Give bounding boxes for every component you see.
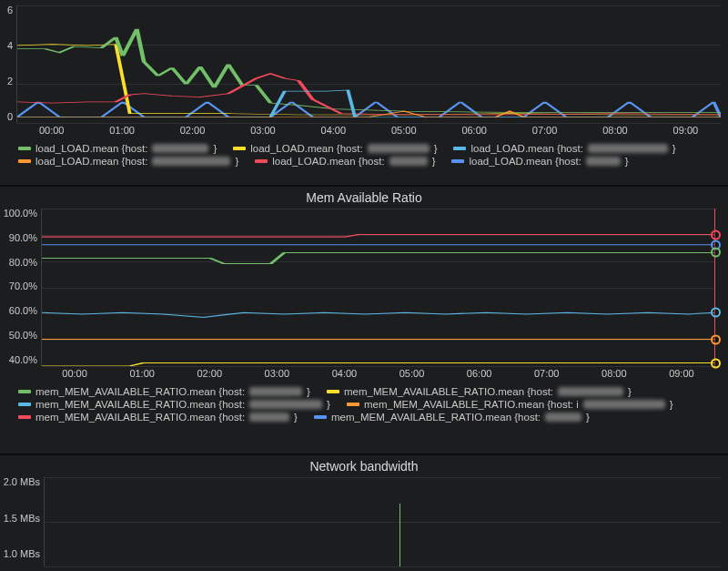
- load-plot[interactable]: [16, 5, 721, 123]
- mem-marker-yellow: [711, 358, 721, 368]
- mem-marker-green: [711, 248, 721, 258]
- legend-host-redacted: [249, 413, 289, 422]
- legend-label: load_LOAD.mean {host:: [35, 143, 147, 154]
- legend-item[interactable]: mem_MEM_AVAILABLE_RATIO.mean {host: }: [18, 399, 330, 410]
- legend-swatch: [18, 415, 31, 419]
- legend-label: load_LOAD.mean {host:: [272, 156, 384, 167]
- legend-swatch: [18, 147, 31, 150]
- legend-item[interactable]: mem_MEM_AVAILABLE_RATIO.mean {host: }: [314, 412, 590, 423]
- legend-label: mem_MEM_AVAILABLE_RATIO.mean {host: i: [364, 399, 579, 410]
- legend-item[interactable]: load_LOAD.mean {host: }: [18, 143, 217, 154]
- legend-label: load_LOAD.mean {host:: [470, 143, 582, 154]
- legend-swatch: [18, 390, 31, 393]
- load-x-axis: 00:00 01:00 02:00 03:00 04:00 05:00 06:0…: [16, 123, 728, 139]
- mem-title: Mem Available Ratio: [0, 187, 728, 207]
- legend-host-redacted: [249, 387, 302, 396]
- net-panel: Network bandwidth 2.0 MBs 1.5 MBs 1.0 MB…: [0, 455, 728, 571]
- legend-host-redacted: [152, 144, 208, 153]
- mem-marker-cyan: [711, 308, 721, 318]
- net-spike: [399, 504, 400, 566]
- legend-host-redacted: [588, 144, 668, 153]
- legend-swatch: [327, 390, 339, 393]
- legend-host-redacted: [249, 400, 322, 409]
- legend-item[interactable]: mem_MEM_AVAILABLE_RATIO.mean {host: }: [327, 386, 632, 397]
- legend-item[interactable]: mem_MEM_AVAILABLE_RATIO.mean {host: i}: [347, 399, 673, 410]
- legend-host-redacted: [545, 413, 581, 422]
- legend-swatch: [314, 415, 327, 419]
- mem-panel: Mem Available Ratio 100.0% 90.0% 80.0% 7…: [0, 187, 728, 455]
- legend-host-redacted: [368, 144, 430, 153]
- legend-item[interactable]: load_LOAD.mean {host: }: [451, 156, 628, 167]
- legend-host-redacted: [558, 387, 623, 396]
- net-plot[interactable]: [44, 477, 721, 566]
- legend-swatch: [255, 159, 268, 163]
- mem-plot[interactable]: [41, 209, 715, 366]
- legend-label: mem_MEM_AVAILABLE_RATIO.mean {host:: [35, 399, 245, 410]
- mem-marker-orange: [711, 334, 721, 344]
- legend-host-redacted: [583, 400, 665, 409]
- legend-item[interactable]: load_LOAD.mean {host: }: [18, 156, 238, 167]
- mem-y-axis: 100.0% 90.0% 80.0% 70.0% 60.0% 50.0% 40.…: [0, 209, 41, 365]
- mem-marker-red: [711, 229, 721, 240]
- legend-item[interactable]: mem_MEM_AVAILABLE_RATIO.mean {host: }: [18, 412, 298, 423]
- legend-swatch: [453, 147, 466, 150]
- legend-label: load_LOAD.mean {host:: [250, 143, 362, 154]
- legend-host-redacted: [389, 157, 428, 166]
- load-panel: 6 4 2 0: [0, 0, 728, 187]
- legend-item[interactable]: load_LOAD.mean {host: }: [233, 143, 437, 154]
- legend-label: mem_MEM_AVAILABLE_RATIO.mean {host:: [35, 386, 245, 397]
- load-y-axis: 6 4 2 0: [0, 5, 16, 122]
- legend-swatch: [18, 159, 31, 163]
- legend-swatch: [347, 403, 359, 406]
- mem-legend: mem_MEM_AVAILABLE_RATIO.mean {host: }mem…: [0, 382, 728, 428]
- mem-lines: [42, 209, 715, 366]
- legend-host-redacted: [152, 157, 230, 166]
- net-y-axis: 2.0 MBs 1.5 MBs 1.0 MBs: [0, 477, 44, 559]
- legend-swatch: [233, 147, 246, 150]
- legend-host-redacted: [586, 157, 621, 166]
- load-lines: [17, 5, 721, 123]
- mem-x-axis: 00:00 01:00 02:00 03:00 04:00 05:00 06:0…: [41, 366, 728, 382]
- legend-label: load_LOAD.mean {host:: [35, 156, 147, 167]
- legend-swatch: [18, 403, 31, 406]
- load-legend: load_LOAD.mean {host: }load_LOAD.mean {h…: [0, 139, 728, 172]
- legend-label: load_LOAD.mean {host:: [469, 156, 581, 167]
- legend-item[interactable]: load_LOAD.mean {host: }: [255, 156, 435, 167]
- legend-item[interactable]: mem_MEM_AVAILABLE_RATIO.mean {host: }: [18, 386, 310, 397]
- legend-label: mem_MEM_AVAILABLE_RATIO.mean {host:: [35, 412, 245, 423]
- legend-label: mem_MEM_AVAILABLE_RATIO.mean {host:: [331, 412, 541, 423]
- legend-item[interactable]: load_LOAD.mean {host: }: [453, 143, 675, 154]
- legend-label: mem_MEM_AVAILABLE_RATIO.mean {host:: [344, 386, 553, 397]
- legend-swatch: [451, 159, 464, 163]
- net-title: Network bandwidth: [0, 455, 728, 475]
